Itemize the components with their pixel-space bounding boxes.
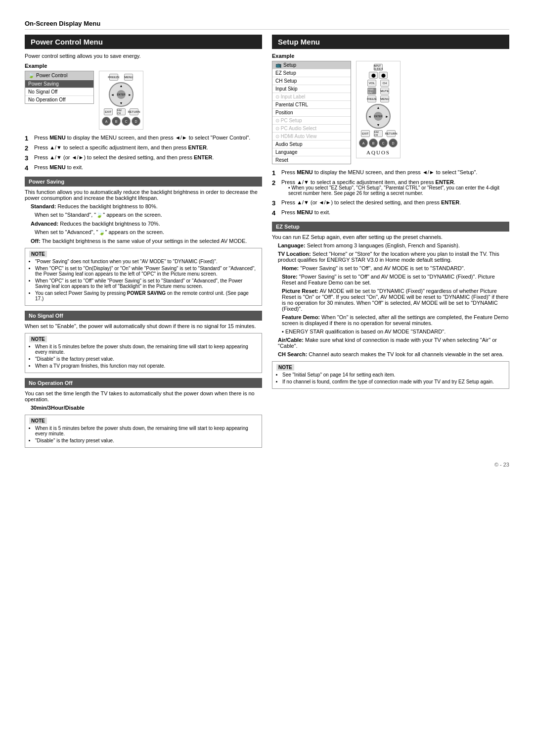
freeze-btn-right: FREEZE bbox=[367, 95, 376, 102]
step-1: 1 Press MENU to display the MENU screen,… bbox=[25, 135, 262, 142]
no-signal-notes-box: NOTE When it is 5 minutes before the pow… bbox=[25, 333, 262, 373]
ez-setup-header: EZ Setup bbox=[272, 222, 509, 232]
remote-control-mockup-left: FREEZE MENU ▲ ▼ ◄ ► ENTER EXIT FAV CH RE… bbox=[99, 71, 143, 130]
setup-step-1: 1 Press MENU to display the MENU screen,… bbox=[272, 169, 509, 177]
note-item: When "OPC" is set to "Off" while "Power … bbox=[35, 278, 258, 289]
nav-down: ▼ bbox=[120, 101, 123, 105]
menu-header-row: 🍃 Power Control bbox=[25, 71, 93, 80]
step-4: 4 Press MENU to exit. bbox=[25, 164, 262, 172]
note-item: When a TV program finishes, this functio… bbox=[35, 363, 258, 369]
on-screen-header: On-Screen Display Menu bbox=[25, 20, 509, 30]
power-control-steps: 1 Press MENU to display the MENU screen,… bbox=[25, 135, 262, 172]
no-operation-sub-label: 30min/3Hour/Disable bbox=[25, 405, 262, 411]
setup-language: Language bbox=[272, 148, 351, 156]
power-control-intro: Power control setting allows you to save… bbox=[25, 53, 262, 59]
power-saving-advanced-note: When set to "Advanced", "🍃" appears on t… bbox=[25, 229, 262, 236]
return-btn-right: RETURN bbox=[387, 130, 396, 137]
enter-btn-circle: ENTER bbox=[117, 90, 126, 99]
exit-btn-right: EXIT bbox=[361, 130, 370, 137]
power-saving-notes-box: NOTE "Power Saving" does not function wh… bbox=[25, 248, 262, 306]
ez-setup-language: Language: Select from among 3 languages … bbox=[272, 242, 509, 248]
ez-setup-tv-location: TV Location: Select "Home" or "Store" fo… bbox=[272, 251, 509, 263]
b-btn: B bbox=[112, 117, 121, 126]
nav-up: ▲ bbox=[120, 84, 123, 88]
menu-item-power-saving: Power Saving bbox=[25, 80, 93, 88]
power-saving-btn-right: PWR SAV bbox=[367, 88, 376, 94]
power-saving-off: Off: The backlight brightness is the sam… bbox=[25, 238, 262, 244]
remote-control-mockup-right: INPUT SLIDE/X ⬤ ⬤ VOL CH PWR SAV MUTE bbox=[356, 61, 400, 158]
nav-down-right: ▼ bbox=[377, 123, 380, 127]
ez-setup-ch-search: CH Search: Channel auto search makes the… bbox=[272, 351, 509, 357]
no-signal-off-body: When set to "Enable", the power will aut… bbox=[25, 323, 262, 329]
nav-right-right: ► bbox=[385, 115, 389, 118]
nav-left: ◄ bbox=[111, 93, 114, 96]
d-btn: D bbox=[132, 117, 140, 126]
setup-example-box: 📺 Setup EZ Setup CH Setup Input Skip ⊙ I… bbox=[272, 61, 509, 164]
a-btn-right: A bbox=[359, 139, 368, 147]
ez-note-item-2: If no channel is found, confirm the type… bbox=[282, 379, 505, 384]
note-item: When it is 5 minutes before the power sh… bbox=[35, 344, 258, 355]
ez-setup-picture-reset: Picture Reset: AV MODE will be set to "D… bbox=[272, 288, 509, 312]
setup-ch-setup: CH Setup bbox=[272, 77, 351, 85]
note-item: When it is 5 minutes before the power sh… bbox=[35, 425, 258, 436]
ez-setup-home: Home: "Power Saving" is set to "Off", an… bbox=[272, 265, 509, 271]
setup-input-label: ⊙ Input Label bbox=[272, 93, 351, 100]
step-2: 2 Press ▲/▼ to select a specific adjustm… bbox=[25, 144, 262, 152]
menu-btn-right: MENU bbox=[380, 95, 389, 102]
ez-setup-notes-box: NOTE See "Initial Setup" on page 14 for … bbox=[272, 361, 509, 389]
right-column: Setup Menu Example 📺 Setup EZ Setup CH S… bbox=[272, 35, 509, 452]
freeze-btn: FREEZE bbox=[109, 74, 118, 81]
left-column: Power Control Menu Power control setting… bbox=[25, 35, 262, 452]
note-item: You can select Power Saving by pressing … bbox=[35, 290, 258, 301]
vol-btn: VOL bbox=[367, 80, 376, 87]
mute-btn: MUTE bbox=[380, 88, 389, 94]
power-saving-body: This function allows you to automaticall… bbox=[25, 189, 262, 201]
setup-ez-setup: EZ Setup bbox=[272, 69, 351, 77]
note-item: When "OPC" is set to "On(Display)" or "O… bbox=[35, 266, 258, 277]
setup-menu-header-row: 📺 Setup bbox=[272, 61, 351, 69]
power-saving-standard-note: When set to "Standard", "🍃" appears on t… bbox=[25, 212, 262, 218]
input-dot-btn-2: ⬤ bbox=[379, 72, 388, 79]
no-operation-notes-box: NOTE When it is 5 minutes before the pow… bbox=[25, 415, 262, 448]
ez-setup-air-cable: Air/Cable: Make sure what kind of connec… bbox=[272, 337, 509, 349]
menu-btn-top: MENU bbox=[124, 74, 133, 81]
ez-setup-energy-star: • ENERGY STAR qualification is based on … bbox=[272, 329, 509, 334]
note-item: "Disable" is the factory preset value. bbox=[35, 438, 258, 443]
power-saving-standard: Standard: Reduces the backlight brightne… bbox=[25, 203, 262, 209]
setup-menu-mockup: 📺 Setup EZ Setup CH Setup Input Skip ⊙ I… bbox=[272, 61, 351, 164]
menu-item-no-signal-off: No Signal Off bbox=[25, 88, 93, 95]
nav-circle-right: ▲ ▼ ◄ ► ENTER bbox=[366, 104, 391, 129]
step2-bullet: • When you select "EZ Setup", "CH Setup"… bbox=[281, 185, 509, 196]
input-dot-btn-1: ⬤ bbox=[369, 72, 378, 79]
setup-step-4: 4 Press MENU to exit. bbox=[272, 209, 509, 217]
fav-ch-btn-right: FAV CH bbox=[374, 130, 383, 137]
nav-circle: ▲ ▼ ◄ ► ENTER bbox=[109, 82, 134, 107]
power-control-menu-mockup: 🍃 Power Control Power Saving No Signal O… bbox=[25, 71, 94, 104]
nav-left-right: ◄ bbox=[368, 115, 371, 118]
note-item: "Disable" is the factory preset value. bbox=[35, 356, 258, 362]
power-control-example-box: 🍃 Power Control Power Saving No Signal O… bbox=[25, 71, 262, 130]
setup-parental-ctrl: Parental CTRL bbox=[272, 100, 351, 108]
setup-audio-setup: Audio Setup bbox=[272, 140, 351, 148]
menu-item-no-operation-off: No Operation Off bbox=[25, 95, 93, 103]
c-btn-right: C bbox=[379, 139, 388, 147]
on-screen-title: On-Screen Display Menu bbox=[25, 20, 100, 27]
a-btn: A bbox=[102, 117, 111, 126]
ez-setup-feature-demo: Feature Demo: When "On" is selected, aft… bbox=[272, 314, 509, 326]
setup-pc-setup: ⊙ PC Setup bbox=[272, 116, 351, 124]
power-control-example-label: Example bbox=[25, 63, 262, 69]
setup-hdmi-auto: ⊙ HDMI Auto View bbox=[272, 132, 351, 140]
setup-example-label: Example bbox=[272, 53, 509, 59]
nav-right: ► bbox=[128, 93, 132, 96]
setup-steps: 1 Press MENU to display the MENU screen,… bbox=[272, 169, 509, 217]
exit-btn: EXIT bbox=[104, 108, 113, 115]
power-control-section-title: Power Control Menu bbox=[25, 35, 262, 49]
return-btn: RETURN bbox=[130, 108, 138, 115]
setup-step-3: 3 Press ▲/▼ (or ◄/►) to select the desir… bbox=[272, 199, 509, 207]
aquos-logo: AQUOS bbox=[359, 149, 398, 155]
setup-section-title: Setup Menu bbox=[272, 35, 509, 49]
setup-reset: Reset bbox=[272, 156, 351, 164]
b-btn-right: B bbox=[369, 139, 378, 147]
favorite-ch-btn: FAV CH bbox=[117, 108, 126, 115]
setup-pc-audio: ⊙ PC Audio Select bbox=[272, 124, 351, 132]
